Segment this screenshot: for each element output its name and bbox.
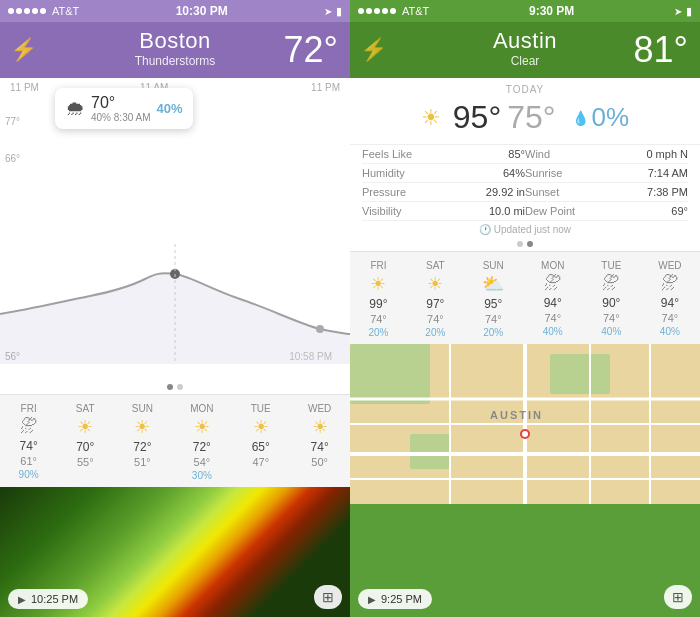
forecast-rain-tue	[259, 470, 262, 481]
chart-tooltip: 🌧 70° 40% 8:30 AM 40%	[55, 88, 193, 129]
detail-label-dewpoint: Dew Point	[525, 205, 575, 217]
right-signal-dots	[358, 8, 396, 14]
right-map-time: 9:25 PM	[381, 593, 422, 605]
detail-value-wind: 0 mph N	[646, 148, 688, 160]
right-status-right: ➤ ▮	[674, 5, 692, 18]
detail-value-dewpoint: 69°	[671, 205, 688, 217]
forecast-low-sun: 51°	[134, 456, 151, 468]
forecast-day-sat: SAT ☀ 70° 55°	[76, 403, 95, 481]
right-forecast-bar: FRI ☀ 99° 74° 20% SAT ☀ 97° 74° 20% SUN …	[350, 251, 700, 344]
right-signal-dot-4	[382, 8, 388, 14]
left-header: ⚡ Boston Thunderstorms 72°	[0, 22, 350, 78]
right-map-svg: AUSTIN	[350, 344, 700, 504]
right-forecast-low-sun: 74°	[485, 313, 502, 325]
signal-dot-4	[32, 8, 38, 14]
right-forecast-low-sat: 74°	[427, 313, 444, 325]
right-forecast-rain-fri: 20%	[368, 327, 388, 338]
left-time: 10:30 PM	[176, 4, 228, 18]
forecast-rain-sun	[141, 470, 144, 481]
right-forecast-icon-wed: ⛈	[661, 273, 679, 294]
left-carrier: AT&T	[52, 5, 79, 17]
forecast-icon-wed: ☀	[312, 416, 328, 438]
chart-time-left: 11 PM	[10, 82, 39, 93]
right-forecast-high-sun: 95°	[484, 297, 502, 311]
detail-value-feels-like: 85°	[508, 148, 525, 160]
detail-label-visibility: Visibility	[362, 205, 402, 217]
temp-marker-77: 77°	[5, 116, 20, 127]
right-carrier: AT&T	[402, 5, 429, 17]
forecast-low-mon: 54°	[194, 456, 211, 468]
raindrop-icon: 💧	[572, 110, 589, 126]
right-forecast-day-wed: WED	[658, 260, 681, 271]
forecast-icon-sat: ☀	[77, 416, 93, 438]
tooltip-temp: 70°	[91, 94, 115, 111]
right-signal-dot-5	[390, 8, 396, 14]
forecast-high-sat: 70°	[76, 440, 94, 454]
right-forecast-row: FRI ☀ 99° 74° 20% SAT ☀ 97° 74° 20% SUN …	[350, 260, 700, 338]
right-forecast-icon-tue: ⛈	[602, 273, 620, 294]
today-sun-icon: ☀	[421, 105, 441, 131]
left-status-right: ➤ ▮	[324, 5, 342, 18]
right-status-left: AT&T	[358, 5, 429, 17]
left-layers-badge[interactable]: ⊞	[314, 585, 342, 609]
map-location-inner	[522, 431, 528, 437]
clock-icon: 🕐	[479, 224, 491, 235]
right-forecast-low-mon: 74°	[544, 312, 561, 324]
right-forecast-day-mon: MON	[541, 260, 564, 271]
detail-label-pressure: Pressure	[362, 186, 406, 198]
left-main-temp: 72°	[284, 29, 338, 71]
temp-marker-56: 56°	[5, 351, 20, 362]
detail-value-sunset: 7:38 PM	[647, 186, 688, 198]
forecast-day-name-sat: SAT	[76, 403, 95, 414]
right-play-icon[interactable]: ▶	[368, 594, 376, 605]
play-icon[interactable]: ▶	[18, 594, 26, 605]
right-forecast-high-fri: 99°	[369, 297, 387, 311]
right-signal-dot-2	[366, 8, 372, 14]
right-map-area: AUSTIN ▶ 9:25 PM ⊞	[350, 344, 700, 617]
page-dot-2	[177, 384, 183, 390]
detail-dewpoint: Dew Point 69°	[525, 202, 688, 221]
forecast-day-name-mon: MON	[190, 403, 213, 414]
update-text: 🕐 Updated just now	[350, 221, 700, 239]
forecast-day-name-sun: SUN	[132, 403, 153, 414]
right-map-time-badge: ▶ 9:25 PM	[358, 589, 432, 609]
right-forecast-rain-mon: 40%	[543, 326, 563, 337]
tooltip-rain: 40%	[156, 101, 182, 116]
left-map-area: ▶ 10:25 PM ⊞	[0, 487, 350, 617]
forecast-high-tue: 65°	[252, 440, 270, 454]
right-forecast-low-fri: 74°	[370, 313, 387, 325]
chart-time-rightbottom: 10:58 PM	[289, 351, 332, 362]
chart-svg	[0, 234, 350, 364]
detail-sunset: Sunset 7:38 PM	[525, 183, 688, 202]
right-forecast-high-wed: 94°	[661, 296, 679, 310]
detail-label-wind: Wind	[525, 148, 550, 160]
temp-marker-66: 66°	[5, 153, 20, 164]
right-forecast-day-sat: SAT	[426, 260, 445, 271]
right-forecast-rain-wed: 40%	[660, 326, 680, 337]
right-page-dots	[350, 239, 700, 251]
right-forecast-rain-sat: 20%	[425, 327, 445, 338]
forecast-day-name-tue: TUE	[251, 403, 271, 414]
battery-icon: ▮	[336, 5, 342, 18]
forecast-rain-sat	[84, 470, 87, 481]
right-forecast-rain-tue: 40%	[601, 326, 621, 337]
detail-value-pressure: 29.92 in	[486, 186, 525, 198]
forecast-low-sat: 55°	[77, 456, 94, 468]
detail-label-sunset: Sunset	[525, 186, 559, 198]
right-forecast-sat: SAT ☀ 97° 74° 20%	[425, 260, 445, 338]
right-forecast-low-tue: 74°	[603, 312, 620, 324]
forecast-icon-mon: ☀	[194, 416, 210, 438]
detail-label-feels-like: Feels Like	[362, 148, 412, 160]
right-header: ⚡ Austin Clear 81°	[350, 22, 700, 78]
details-grid: Feels Like 85° Wind 0 mph N Humidity 64%…	[350, 144, 700, 221]
right-panel: AT&T 9:30 PM ➤ ▮ ⚡ Austin Clear 81° TODA…	[350, 0, 700, 617]
left-forecast-bar: FRI ⛈ 74° 61° 90% SAT ☀ 70° 55° SUN ☀ 72…	[0, 394, 350, 487]
signal-dot-1	[8, 8, 14, 14]
detail-pressure: Pressure 29.92 in	[362, 183, 525, 202]
right-status-bar: AT&T 9:30 PM ➤ ▮	[350, 0, 700, 22]
detail-label-sunrise: Sunrise	[525, 167, 562, 179]
right-layers-badge[interactable]: ⊞	[664, 585, 692, 609]
detail-feels-like: Feels Like 85°	[362, 145, 525, 164]
forecast-day-mon: MON ☀ 72° 54° 30%	[190, 403, 213, 481]
today-area: TODAY ☀ 95° 75° 💧 0%	[350, 78, 700, 144]
